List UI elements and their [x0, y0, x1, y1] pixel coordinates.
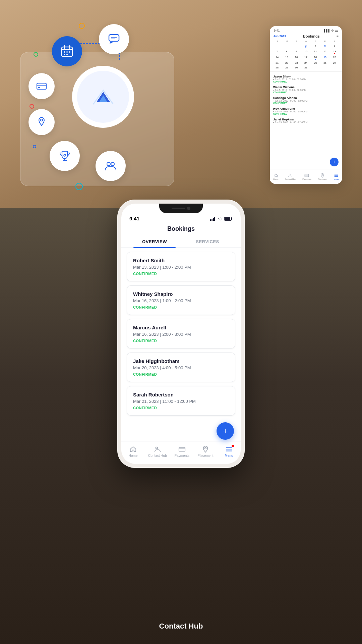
tab-overview[interactable]: Overview	[128, 236, 181, 248]
booking-card-1[interactable]: Whitney Shapiro Mar 16, 2023 | 1:00 - 2:…	[127, 285, 235, 315]
booking-status-0: CONFIRMED	[133, 272, 229, 276]
svg-rect-12	[37, 83, 46, 89]
tab-services[interactable]: Services	[181, 236, 234, 248]
booking-status-3: CONFIRMED	[133, 372, 229, 376]
mini-nav-home[interactable]: Home	[273, 173, 279, 180]
svg-point-8	[66, 54, 68, 55]
contact-hub-text: Contact Hub	[159, 622, 203, 630]
phone-mockup-wrapper: 9:41	[117, 200, 245, 468]
top-section: 9:41 ▌▌▌ ⊙ ▬ Jun 2019 Bookings ≡ SMTWTFS…	[0, 0, 362, 208]
mini-booking-3: Santiago Alonso • Jun 13, 2019 · 01:00 -…	[270, 95, 342, 106]
booking-name-3: Jake Higginbotham	[133, 358, 229, 364]
svg-point-5	[66, 51, 68, 53]
svg-point-21	[289, 174, 291, 175]
phone-outer-shell: 9:41	[117, 200, 245, 468]
booking-time-0: Mar 13, 2023 | 1:00 - 2:00 PM	[133, 265, 229, 270]
payments-icon	[178, 445, 186, 453]
phone-screen: 9:41	[121, 204, 241, 464]
mini-nav-payments[interactable]: Payments	[302, 173, 311, 180]
svg-point-20	[111, 162, 114, 166]
signal-icon	[210, 217, 216, 221]
svg-rect-33	[225, 217, 230, 220]
payment-icon-button[interactable]	[28, 73, 55, 99]
people-icon	[103, 159, 118, 173]
mini-fab-button[interactable]: +	[330, 158, 339, 166]
svg-rect-14	[38, 87, 40, 88]
booking-card-2[interactable]: Marcus Aurell Mar 16, 2023 | 2:00 - 3:00…	[127, 319, 235, 348]
nav-placement[interactable]: Placement	[197, 445, 214, 458]
dot-cyan	[75, 183, 83, 190]
svg-point-7	[64, 54, 65, 55]
booking-time-3: Mar 20, 2023 | 4:00 - 5:00 PM	[133, 365, 229, 370]
contact-hub-icon	[154, 445, 161, 453]
bottom-nav: Home Contact Hub Payments	[121, 441, 241, 464]
mini-status-bar: 9:41 ▌▌▌ ⊙ ▬	[270, 26, 342, 34]
booking-status-1: CONFIRMED	[133, 305, 229, 309]
phone-notch	[159, 204, 203, 213]
app-logo-inner	[77, 71, 129, 123]
nav-menu-label: Menu	[225, 454, 233, 458]
card-icon	[36, 80, 48, 92]
mini-placement-icon	[320, 173, 325, 178]
svg-rect-22	[305, 174, 309, 177]
chat-icon-button[interactable]	[99, 24, 129, 54]
mini-booking-4: Roy Armstrong • Jun 18, 2019 · 01:00 - 0…	[270, 106, 342, 116]
status-icons	[210, 217, 233, 221]
app-logo-outer	[72, 66, 134, 128]
mini-booking-1: Jason Shaw • Jun 3, 2019 · 01:00 - 02:00…	[270, 73, 342, 84]
mini-cal-grid: 3 4 5 6 7 8 9 10 11 12 13 14 15 16 17 18…	[273, 44, 339, 70]
mini-contact-icon	[288, 173, 293, 178]
svg-rect-30	[213, 218, 214, 221]
placement-icon	[202, 445, 209, 453]
svg-point-19	[107, 162, 110, 166]
booking-time-4: Mar 21, 2023 | 11:00 - 12:00 PM	[133, 399, 229, 404]
mini-menu-icon	[334, 173, 339, 178]
nav-payments-label: Payments	[175, 454, 189, 458]
mini-bottom-nav: Home Contact Hub Payments	[270, 169, 342, 184]
menu-icon-wrap	[225, 445, 233, 453]
trophy-icon	[57, 149, 72, 163]
add-booking-fab[interactable]: +	[217, 422, 234, 440]
mini-nav-contact[interactable]: Contact Hub	[285, 173, 296, 180]
dot-green	[34, 52, 38, 57]
mini-phone-mockup: 9:41 ▌▌▌ ⊙ ▬ Jun 2019 Bookings ≡ SMTWTFS…	[270, 26, 342, 184]
notch-speaker	[172, 208, 185, 209]
calendar-icon	[60, 44, 74, 59]
mini-cal-header: SMTWTFS	[273, 40, 339, 43]
dot-yellow	[79, 23, 85, 29]
mini-home-icon	[274, 173, 278, 178]
location-icon-button[interactable]	[28, 109, 55, 135]
svg-rect-35	[179, 447, 185, 451]
mini-calendar: SMTWTFS 3 4 5 6 7 8 9 10 11 12 13 14 15 …	[270, 40, 342, 70]
svg-point-34	[156, 447, 158, 449]
mini-month-label: Jun 2019	[273, 35, 286, 38]
app-title: Bookings	[121, 224, 241, 236]
nav-menu[interactable]: Menu	[221, 445, 237, 458]
booking-name-4: Sarah Robertson	[133, 392, 229, 397]
nav-home[interactable]: Home	[125, 445, 141, 458]
chat-icon	[107, 32, 121, 47]
mini-header: Jun 2019 Bookings ≡	[270, 34, 342, 40]
app-logo-svg	[90, 84, 117, 110]
mini-booking-5: Janet Hopkins • Jun 19, 2019 · 01:00 - 0…	[270, 116, 342, 125]
calendar-icon-button[interactable]	[52, 36, 82, 66]
svg-point-4	[64, 51, 65, 53]
trophy-icon-button[interactable]	[50, 141, 80, 171]
booking-card-4[interactable]: Sarah Robertson Mar 21, 2023 | 11:00 - 1…	[127, 386, 235, 416]
mini-payments-icon	[304, 173, 309, 178]
dot-blue-small	[33, 145, 36, 148]
mini-nav-placement[interactable]: Placement	[318, 173, 327, 180]
booking-status-2: CONFIRMED	[133, 339, 229, 343]
dot-red	[29, 104, 34, 109]
mini-nav-menu[interactable]: Menu	[334, 173, 339, 180]
nav-payments[interactable]: Payments	[174, 445, 190, 458]
svg-rect-29	[212, 219, 213, 221]
booking-time-2: Mar 16, 2023 | 2:00 - 3:00 PM	[133, 332, 229, 337]
wifi-icon	[218, 217, 223, 221]
nav-contact-hub[interactable]: Contact Hub	[148, 445, 167, 458]
group-icon-button[interactable]	[96, 151, 126, 181]
svg-rect-31	[214, 217, 215, 221]
nav-placement-label: Placement	[197, 454, 213, 458]
booking-card-0[interactable]: Robert Smith Mar 13, 2023 | 1:00 - 2:00 …	[127, 252, 235, 281]
booking-card-3[interactable]: Jake Higginbotham Mar 20, 2023 | 4:00 - …	[127, 353, 235, 382]
